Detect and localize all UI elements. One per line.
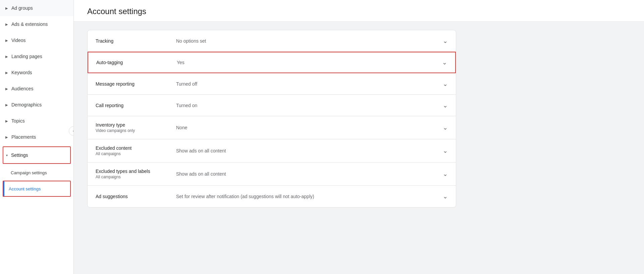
sidebar-item-settings[interactable]: ▾ Settings <box>3 147 70 163</box>
row-label-inventory-type: Inventory type Video campaigns only <box>96 122 169 133</box>
excluded-types-labels-sublabel: All campaigns <box>96 175 169 179</box>
chevron-right-icon: ▶ <box>5 103 8 107</box>
chevron-right-icon: ▶ <box>5 87 8 91</box>
ad-suggestions-label: Ad suggestions <box>96 194 169 199</box>
sidebar-item-label: Demographics <box>11 102 42 107</box>
sidebar-item-ads-extensions[interactable]: ▶ Ads & extensions <box>0 16 73 32</box>
message-reporting-label: Message reporting <box>96 81 169 87</box>
settings-card: Tracking No options set ⌄ Auto-tagging Y… <box>87 30 456 208</box>
auto-tagging-label: Auto-tagging <box>96 60 170 65</box>
sidebar-item-label: Topics <box>11 118 25 124</box>
inventory-type-sublabel: Video campaigns only <box>96 128 169 133</box>
settings-row-auto-tagging[interactable]: Auto-tagging Yes ⌄ <box>88 52 456 73</box>
expand-icon: ⌄ <box>443 80 448 88</box>
excluded-content-value: Show ads on all content <box>169 148 443 153</box>
page-header: Account settings <box>74 0 644 22</box>
settings-row-excluded-content[interactable]: Excluded content All campaigns Show ads … <box>88 139 456 163</box>
content-area: Tracking No options set ⌄ Auto-tagging Y… <box>74 22 644 274</box>
chevron-right-icon: ▶ <box>5 135 8 139</box>
chevron-right-icon: ▶ <box>5 119 8 123</box>
expand-icon: ⌄ <box>442 59 447 66</box>
sidebar-item-ad-groups[interactable]: ▶ Ad groups <box>0 0 73 16</box>
main-content: Account settings Tracking No options set… <box>74 0 644 274</box>
sidebar: ▶ Ad groups ▶ Ads & extensions ▶ Videos … <box>0 0 74 274</box>
sidebar-item-label: Audiences <box>11 86 33 91</box>
collapse-icon: ‹ <box>73 129 74 133</box>
sidebar-item-topics[interactable]: ▶ Topics <box>0 113 73 129</box>
settings-row-inventory-type[interactable]: Inventory type Video campaigns only None… <box>88 116 456 139</box>
settings-row-call-reporting[interactable]: Call reporting Turned on ⌄ <box>88 95 456 116</box>
sidebar-item-label: Campaign settings <box>11 170 47 175</box>
sidebar-item-campaign-settings[interactable]: Campaign settings <box>0 165 73 180</box>
inventory-type-value: None <box>169 125 443 130</box>
sidebar-item-label: Placements <box>11 134 36 140</box>
account-settings-wrapper: Account settings <box>3 181 71 197</box>
sidebar-item-landing-pages[interactable]: ▶ Landing pages <box>0 48 73 64</box>
row-label-tracking: Tracking <box>96 38 169 44</box>
sidebar-item-videos[interactable]: ▶ Videos <box>0 32 73 48</box>
settings-row-excluded-types-labels[interactable]: Excluded types and labels All campaigns … <box>88 163 456 186</box>
page-title: Account settings <box>87 7 631 21</box>
settings-group: ▾ Settings <box>3 146 71 164</box>
sidebar-item-label: Videos <box>11 38 26 43</box>
sidebar-item-label: Ads & extensions <box>11 21 48 27</box>
sidebar-item-label: Account settings <box>9 186 41 191</box>
sidebar-item-label: Landing pages <box>11 54 42 59</box>
settings-row-ad-suggestions[interactable]: Ad suggestions Set for review after noti… <box>88 186 456 207</box>
settings-row-message-reporting[interactable]: Message reporting Turned off ⌄ <box>88 73 456 95</box>
chevron-right-icon: ▶ <box>5 22 8 26</box>
sidebar-item-placements[interactable]: ▶ Placements <box>0 129 73 145</box>
expand-icon: ⌄ <box>443 193 448 200</box>
sidebar-item-audiences[interactable]: ▶ Audiences <box>0 81 73 97</box>
sidebar-item-account-settings[interactable]: Account settings <box>3 181 70 196</box>
inventory-type-label: Inventory type <box>96 122 169 128</box>
auto-tagging-value: Yes <box>170 60 442 65</box>
chevron-right-icon: ▶ <box>5 71 8 75</box>
excluded-content-label: Excluded content <box>96 145 169 151</box>
settings-row-tracking[interactable]: Tracking No options set ⌄ <box>88 30 456 52</box>
sidebar-item-label: Keywords <box>11 70 32 75</box>
chevron-right-icon: ▶ <box>5 39 8 42</box>
sidebar-item-label: Ad groups <box>11 5 33 11</box>
excluded-types-labels-label: Excluded types and labels <box>96 169 169 174</box>
excluded-types-labels-value: Show ads on all content <box>169 171 443 177</box>
sidebar-item-keywords[interactable]: ▶ Keywords <box>0 64 73 81</box>
message-reporting-value: Turned off <box>169 81 443 87</box>
tracking-value: No options set <box>169 38 443 44</box>
expand-icon: ⌄ <box>443 102 448 109</box>
call-reporting-value: Turned on <box>169 103 443 108</box>
row-label-auto-tagging: Auto-tagging <box>96 60 170 65</box>
row-label-call-reporting: Call reporting <box>96 103 169 108</box>
chevron-right-icon: ▶ <box>5 6 8 10</box>
expand-icon: ⌄ <box>443 124 448 131</box>
expand-icon: ⌄ <box>443 170 448 178</box>
expand-icon: ⌄ <box>443 147 448 154</box>
sidebar-item-label: Settings <box>11 152 28 158</box>
chevron-down-icon: ▾ <box>6 153 8 157</box>
sidebar-item-demographics[interactable]: ▶ Demographics <box>0 97 73 113</box>
ad-suggestions-value: Set for review after notification (ad su… <box>169 194 443 199</box>
chevron-right-icon: ▶ <box>5 55 8 58</box>
tracking-label: Tracking <box>96 38 169 44</box>
row-label-excluded-types-labels: Excluded types and labels All campaigns <box>96 169 169 179</box>
row-label-excluded-content: Excluded content All campaigns <box>96 145 169 156</box>
expand-icon: ⌄ <box>443 37 448 45</box>
row-label-message-reporting: Message reporting <box>96 81 169 87</box>
row-label-ad-suggestions: Ad suggestions <box>96 194 169 199</box>
excluded-content-sublabel: All campaigns <box>96 151 169 156</box>
call-reporting-label: Call reporting <box>96 103 169 108</box>
